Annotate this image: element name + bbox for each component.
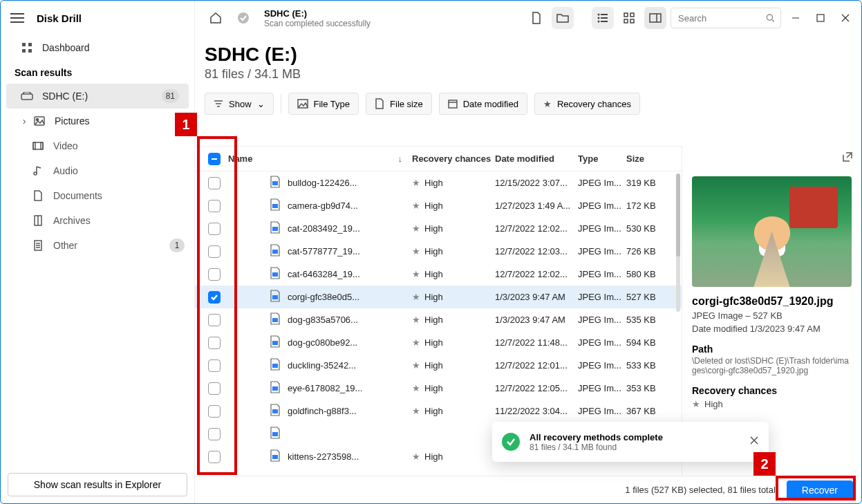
recovery-cell: ★High xyxy=(412,315,495,325)
type-cell: JPEG Im... xyxy=(578,337,626,348)
table-row[interactable]: cat-6463284_19...★High12/7/2022 12:02...… xyxy=(195,263,682,286)
date-cell: 1/3/2023 9:47 AM xyxy=(495,292,578,302)
search-box[interactable] xyxy=(671,8,781,28)
svg-rect-19 xyxy=(601,21,608,22)
close-button[interactable] xyxy=(835,8,856,28)
sort-arrow-icon[interactable]: ↓ xyxy=(398,153,403,164)
date-cell: 12/7/2022 12:03... xyxy=(495,246,578,256)
star-icon: ★ xyxy=(412,406,420,416)
filter-date-modified[interactable]: Date modified xyxy=(439,93,527,115)
type-cell: JPEG Im... xyxy=(578,178,626,188)
scrollbar[interactable] xyxy=(676,174,680,312)
file-name: dog-gc080be92... xyxy=(288,337,357,348)
picture-icon xyxy=(297,99,308,109)
sidebar-item-video[interactable]: Video xyxy=(1,133,194,158)
filter-file-size[interactable]: File size xyxy=(366,93,432,115)
maximize-button[interactable] xyxy=(810,8,831,28)
detail-recovery-header: Recovery chances xyxy=(692,385,852,396)
svg-rect-8 xyxy=(33,142,35,149)
sidebar-item-sdhc[interactable]: SDHC (E:) 81 xyxy=(6,84,189,109)
star-icon: ★ xyxy=(692,399,700,409)
table-row[interactable]: dog-g835a5706...★High1/3/2023 9:47 AMJPE… xyxy=(195,308,682,331)
column-date[interactable]: Date modified xyxy=(495,153,578,164)
svg-rect-3 xyxy=(28,49,32,53)
selection-summary: 1 files (527 KB) selected, 81 files tota… xyxy=(625,485,776,495)
toast-title: All recovery methods complete xyxy=(530,432,663,442)
table-row[interactable]: bulldog-122426...★High12/15/2022 3:07...… xyxy=(195,171,682,194)
size-cell: 535 KB xyxy=(626,315,682,325)
filter-bar: Show ⌄ File Type File size Date modified… xyxy=(195,87,861,122)
table-row[interactable]: camera-gb9d74...★High1/27/2023 1:49 A...… xyxy=(195,194,682,217)
table-row[interactable]: cat-5778777_19...★High12/7/2022 12:03...… xyxy=(195,240,682,263)
sidebar-dashboard[interactable]: Dashboard xyxy=(6,35,189,60)
table-row[interactable]: cat-2083492_19...★High12/7/2022 12:02...… xyxy=(195,217,682,240)
size-cell: 726 KB xyxy=(626,246,682,256)
svg-point-25 xyxy=(767,15,773,20)
file-icon[interactable] xyxy=(525,7,547,29)
jpeg-file-icon xyxy=(270,335,282,350)
show-dropdown[interactable]: Show ⌄ xyxy=(205,93,274,115)
list-view-icon[interactable] xyxy=(592,7,614,29)
svg-point-13 xyxy=(238,12,249,24)
svg-rect-24 xyxy=(650,14,661,22)
home-icon[interactable] xyxy=(205,7,227,29)
table-row[interactable]: corgi-gfc38e0d5...★High1/3/2023 9:47 AMJ… xyxy=(195,286,682,308)
recovery-cell: ★High xyxy=(412,451,495,462)
show-in-explorer-button[interactable]: Show scan results in Explorer xyxy=(8,473,187,496)
scroll-thumb[interactable] xyxy=(676,174,680,256)
popout-icon[interactable] xyxy=(842,151,853,165)
filter-file-type[interactable]: File Type xyxy=(288,93,359,115)
sidebar-item-audio[interactable]: Audio xyxy=(1,158,194,183)
sidebar-item-label: Archives xyxy=(53,215,91,226)
file-name: dog-g835a5706... xyxy=(288,315,358,325)
recovery-cell: ★High xyxy=(412,178,495,188)
size-cell: 527 KB xyxy=(626,292,682,302)
sidebar-item-label: Documents xyxy=(53,190,102,201)
minimize-button[interactable] xyxy=(785,8,806,28)
svg-rect-36 xyxy=(272,341,278,345)
table-row[interactable]: eye-6178082_19...★High12/7/2022 12:05...… xyxy=(195,377,682,400)
column-type[interactable]: Type xyxy=(578,153,626,164)
sidebar-item-pictures[interactable]: › Pictures xyxy=(6,109,189,133)
file-name: cat-5778777_19... xyxy=(288,246,360,256)
filter-recovery-chances[interactable]: ★ Recovery chances xyxy=(534,93,640,115)
jpeg-file-icon xyxy=(270,244,282,259)
jpeg-file-icon xyxy=(270,198,282,213)
panel-view-icon[interactable] xyxy=(644,7,666,29)
divider xyxy=(281,94,281,113)
date-cell: 12/7/2022 12:02... xyxy=(495,223,578,234)
jpeg-file-icon xyxy=(270,358,282,373)
file-name: bulldog-122426... xyxy=(288,178,357,188)
column-recovery[interactable]: Recovery chances xyxy=(412,153,495,164)
recovery-cell: ★High xyxy=(412,383,495,393)
status-bar: 1 files (527 KB) selected, 81 files tota… xyxy=(195,476,861,503)
sidebar-item-other[interactable]: Other 1 xyxy=(1,233,194,258)
column-size[interactable]: Size xyxy=(626,153,682,164)
detail-filename: corgi-gfc38e0d57_1920.jpg xyxy=(692,295,852,308)
star-icon: ★ xyxy=(412,200,420,211)
size-cell: 530 KB xyxy=(626,223,682,234)
table-row[interactable]: goldfinch-g88f3...★High11/22/2022 3:04..… xyxy=(195,400,682,422)
sidebar-item-archives[interactable]: Archives xyxy=(1,208,194,233)
svg-rect-2 xyxy=(22,49,26,53)
size-cell: 319 KB xyxy=(626,178,682,188)
star-icon: ★ xyxy=(412,315,420,325)
toast-close-icon[interactable] xyxy=(749,436,759,448)
svg-point-10 xyxy=(34,172,37,175)
jpeg-file-icon xyxy=(270,404,282,418)
table-row[interactable]: dog-gc080be92...★High12/7/2022 11:48...J… xyxy=(195,331,682,354)
sidebar-item-label: Pictures xyxy=(55,115,90,127)
annotation-1-label: 1 xyxy=(175,113,197,136)
svg-rect-1 xyxy=(28,43,32,46)
annotation-2-label: 2 xyxy=(753,452,776,476)
picture-icon xyxy=(32,116,46,126)
folder-icon[interactable] xyxy=(552,7,574,29)
menu-icon[interactable] xyxy=(10,13,24,23)
sidebar-item-documents[interactable]: Documents xyxy=(1,183,194,208)
app-title: Disk Drill xyxy=(37,12,82,24)
table-row[interactable]: duckling-35242...★High12/7/2022 12:01...… xyxy=(195,354,682,377)
grid-view-icon[interactable] xyxy=(618,7,640,29)
recovery-cell: ★High xyxy=(412,246,495,256)
search-input[interactable] xyxy=(677,12,766,24)
star-icon: ★ xyxy=(412,383,420,393)
